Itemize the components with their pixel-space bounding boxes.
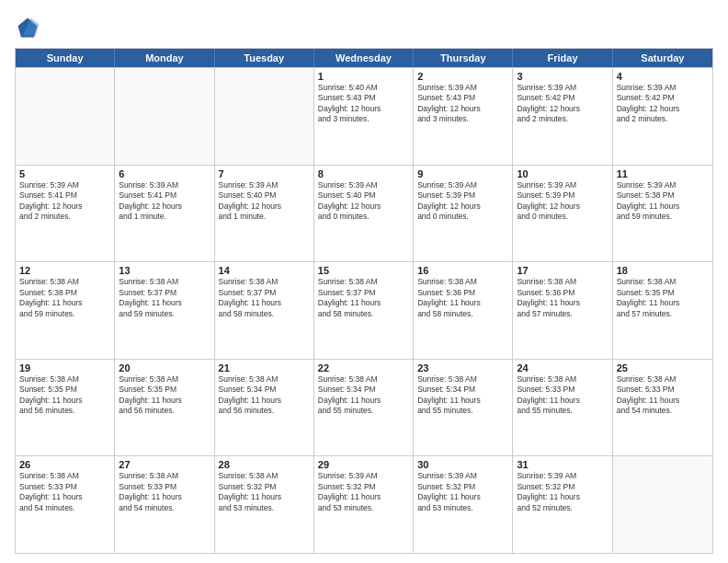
cell-info-line: and 0 minutes. — [318, 212, 409, 222]
cell-info-line: Sunrise: 5:39 AM — [219, 180, 310, 190]
cell-info-line: Sunset: 5:41 PM — [19, 190, 110, 201]
cell-info-line: Sunset: 5:43 PM — [417, 93, 508, 103]
cell-info-line: and 56 minutes. — [119, 406, 210, 416]
cell-info-line: Sunrise: 5:38 AM — [219, 277, 310, 287]
cell-info-line: and 59 minutes. — [119, 309, 210, 319]
cell-info-line: Sunrise: 5:39 AM — [417, 180, 508, 190]
cell-info-line: and 1 minute. — [219, 212, 310, 222]
cell-info-line: Sunrise: 5:38 AM — [19, 471, 110, 481]
cell-info-line: Sunrise: 5:38 AM — [517, 277, 608, 287]
cell-info-line: Sunset: 5:33 PM — [617, 385, 709, 395]
calendar-cell — [613, 456, 712, 553]
cell-info-line: Daylight: 12 hours — [517, 201, 608, 212]
cell-info-line: and 58 minutes. — [219, 309, 310, 319]
day-number: 23 — [417, 362, 508, 373]
page-header — [15, 11, 713, 40]
cell-info-line: Sunrise: 5:39 AM — [517, 83, 608, 93]
calendar-cell: 23Sunrise: 5:38 AMSunset: 5:34 PMDayligh… — [414, 360, 513, 456]
cell-info-line: Sunset: 5:37 PM — [219, 288, 310, 298]
cell-info-line: and 56 minutes. — [219, 406, 310, 416]
cell-info-line: Sunrise: 5:39 AM — [417, 83, 508, 93]
cell-info-line: Daylight: 12 hours — [617, 104, 709, 114]
cell-info-line: Sunrise: 5:39 AM — [517, 471, 608, 481]
cell-info-line: and 0 minutes. — [417, 212, 508, 222]
cell-info-line: and 59 minutes. — [617, 212, 709, 222]
cell-info-line: Sunset: 5:33 PM — [119, 482, 210, 492]
cell-info-line: Daylight: 12 hours — [417, 201, 508, 212]
cell-info-line: Sunset: 5:39 PM — [517, 190, 608, 201]
cell-info-line: and 0 minutes. — [517, 212, 608, 222]
cell-info-line: Sunset: 5:35 PM — [617, 288, 709, 298]
day-number: 31 — [517, 459, 608, 470]
cell-info-line: Sunrise: 5:38 AM — [19, 277, 110, 287]
cell-info-line: Sunset: 5:33 PM — [517, 385, 608, 395]
cell-info-line: Sunrise: 5:38 AM — [417, 277, 508, 287]
cell-info-line: Sunrise: 5:39 AM — [517, 180, 608, 190]
cell-info-line: Sunset: 5:34 PM — [219, 385, 310, 395]
calendar-cell — [115, 68, 214, 165]
weekday-header: Monday — [115, 49, 214, 67]
cell-info-line: Sunset: 5:32 PM — [219, 482, 310, 492]
cell-info-line: and 2 minutes. — [617, 114, 709, 124]
day-number: 18 — [617, 265, 709, 276]
calendar-row: 19Sunrise: 5:38 AMSunset: 5:35 PMDayligh… — [16, 359, 712, 456]
cell-info-line: Daylight: 11 hours — [19, 396, 110, 406]
logo — [15, 15, 44, 40]
day-number: 15 — [318, 265, 409, 276]
weekday-header: Saturday — [613, 49, 712, 67]
cell-info-line: and 57 minutes. — [517, 309, 608, 319]
calendar-cell: 24Sunrise: 5:38 AMSunset: 5:33 PMDayligh… — [513, 360, 612, 456]
calendar-cell: 26Sunrise: 5:38 AMSunset: 5:33 PMDayligh… — [16, 456, 115, 553]
cell-info-line: and 53 minutes. — [219, 503, 310, 513]
cell-info-line: and 59 minutes. — [19, 309, 110, 319]
cell-info-line: and 55 minutes. — [417, 406, 508, 416]
cell-info-line: Sunset: 5:32 PM — [318, 482, 409, 492]
cell-info-line: Daylight: 11 hours — [119, 298, 210, 308]
calendar-cell: 19Sunrise: 5:38 AMSunset: 5:35 PMDayligh… — [16, 360, 115, 456]
cell-info-line: and 58 minutes. — [417, 309, 508, 319]
cell-info-line: Sunset: 5:38 PM — [19, 288, 110, 298]
cell-info-line: Daylight: 11 hours — [617, 201, 709, 212]
cell-info-line: Daylight: 12 hours — [318, 104, 409, 114]
day-number: 21 — [219, 362, 310, 373]
cell-info-line: and 1 minute. — [119, 212, 210, 222]
cell-info-line: Daylight: 11 hours — [219, 396, 310, 406]
calendar-page: SundayMondayTuesdayWednesdayThursdayFrid… — [0, 0, 728, 563]
day-number: 28 — [219, 459, 310, 470]
day-number: 29 — [318, 459, 409, 470]
day-number: 24 — [517, 362, 608, 373]
day-number: 12 — [19, 265, 110, 276]
cell-info-line: Sunrise: 5:39 AM — [417, 471, 508, 481]
calendar-cell: 16Sunrise: 5:38 AMSunset: 5:36 PMDayligh… — [414, 262, 513, 359]
cell-info-line: Daylight: 12 hours — [417, 104, 508, 114]
day-number: 5 — [19, 168, 110, 179]
calendar-cell: 2Sunrise: 5:39 AMSunset: 5:43 PMDaylight… — [414, 68, 513, 165]
cell-info-line: Sunset: 5:36 PM — [417, 288, 508, 298]
cell-info-line: and 2 minutes. — [19, 212, 110, 222]
cell-info-line: Sunset: 5:39 PM — [417, 190, 508, 201]
day-number: 13 — [119, 265, 210, 276]
cell-info-line: Sunset: 5:40 PM — [219, 190, 310, 201]
cell-info-line: Daylight: 11 hours — [318, 396, 409, 406]
cell-info-line: Daylight: 11 hours — [617, 298, 709, 308]
day-number: 22 — [318, 362, 409, 373]
day-number: 19 — [19, 362, 110, 373]
cell-info-line: Sunset: 5:42 PM — [517, 93, 608, 103]
calendar-cell: 22Sunrise: 5:38 AMSunset: 5:34 PMDayligh… — [314, 360, 414, 456]
cell-info-line: and 57 minutes. — [617, 309, 709, 319]
cell-info-line: Sunrise: 5:39 AM — [19, 180, 110, 190]
day-number: 16 — [417, 265, 508, 276]
calendar-cell: 30Sunrise: 5:39 AMSunset: 5:32 PMDayligh… — [414, 456, 513, 553]
calendar-cell: 7Sunrise: 5:39 AMSunset: 5:40 PMDaylight… — [215, 166, 314, 262]
cell-info-line: Sunset: 5:34 PM — [318, 385, 409, 395]
day-number: 25 — [617, 362, 709, 373]
day-number: 6 — [119, 168, 210, 179]
day-number: 30 — [417, 459, 508, 470]
cell-info-line: and 53 minutes. — [318, 503, 409, 513]
cell-info-line: Daylight: 11 hours — [417, 396, 508, 406]
calendar-cell: 14Sunrise: 5:38 AMSunset: 5:37 PMDayligh… — [215, 262, 314, 359]
cell-info-line: Daylight: 11 hours — [219, 492, 310, 502]
day-number: 8 — [318, 168, 409, 179]
cell-info-line: Sunrise: 5:39 AM — [617, 83, 709, 93]
cell-info-line: Sunset: 5:38 PM — [617, 190, 709, 201]
